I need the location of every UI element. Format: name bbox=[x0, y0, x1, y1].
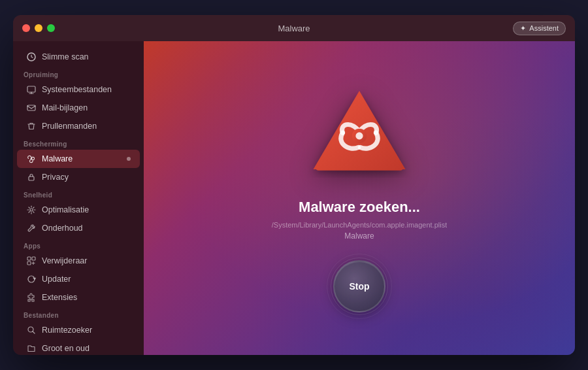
sidebar-item-updater[interactable]: Updater bbox=[17, 270, 140, 288]
content-area: Slimme scan Opruiming Systeembestanden bbox=[13, 41, 575, 355]
main-content: Malware zoeken... /System/Library/Launch… bbox=[144, 41, 575, 355]
svg-rect-6 bbox=[27, 257, 31, 260]
sidebar-item-mail-bijlagen[interactable]: Mail-bijlagen bbox=[17, 99, 140, 117]
system-icon bbox=[26, 84, 37, 95]
stop-label: Stop bbox=[349, 281, 369, 292]
section-opruiming-label: Opruiming bbox=[13, 66, 144, 80]
sidebar-item-verwijderaar[interactable]: Verwijderaar bbox=[17, 252, 140, 270]
assistant-label: Assistent bbox=[529, 24, 559, 32]
mail-icon bbox=[26, 103, 37, 113]
scan-title: Malware zoeken... bbox=[299, 199, 420, 216]
sidebar-item-label: Malware bbox=[42, 154, 122, 163]
remove-app-icon bbox=[26, 256, 37, 266]
sidebar-item-label: Ruimtezoeker bbox=[42, 326, 131, 335]
sidebar: Slimme scan Opruiming Systeembestanden bbox=[13, 41, 144, 355]
sidebar-item-slimme-scan[interactable]: Slimme scan bbox=[17, 48, 140, 66]
active-badge bbox=[127, 157, 131, 161]
sidebar-item-label: Groot en oud bbox=[42, 344, 131, 353]
section-snelheid-label: Snelheid bbox=[13, 186, 144, 201]
svg-point-13 bbox=[355, 132, 363, 139]
maximize-button[interactable] bbox=[47, 24, 55, 32]
svg-point-5 bbox=[30, 209, 33, 211]
lock-icon bbox=[26, 172, 37, 182]
svg-rect-8 bbox=[27, 261, 31, 265]
large-old-icon bbox=[26, 343, 37, 354]
biohazard-triangle bbox=[307, 84, 412, 179]
titlebar: Malware ✦ Assistent bbox=[13, 15, 575, 41]
sidebar-item-label: Prullenmanden bbox=[42, 122, 131, 131]
sidebar-item-groot-en-oud[interactable]: Groot en oud bbox=[17, 339, 140, 355]
svg-rect-2 bbox=[27, 105, 35, 110]
wrench-icon bbox=[26, 223, 37, 233]
sidebar-item-label: Verwijderaar bbox=[42, 256, 131, 265]
section-apps-label: Apps bbox=[13, 237, 144, 252]
sidebar-item-optimalisatie[interactable]: Optimalisatie bbox=[17, 201, 140, 219]
sidebar-item-label: Onderhoud bbox=[42, 224, 131, 233]
svg-rect-4 bbox=[29, 177, 34, 180]
sidebar-item-label: Privacy bbox=[42, 173, 131, 182]
optimize-icon bbox=[26, 205, 37, 215]
star-icon: ✦ bbox=[520, 24, 526, 33]
sidebar-item-onderhoud[interactable]: Onderhoud bbox=[17, 219, 140, 237]
sidebar-item-systeembestanden[interactable]: Systeembestanden bbox=[17, 80, 140, 99]
sidebar-item-label: Mail-bijlagen bbox=[42, 103, 131, 112]
space-finder-icon bbox=[26, 325, 37, 335]
trash-icon bbox=[26, 121, 37, 131]
sidebar-item-prullenmanden[interactable]: Prullenmanden bbox=[17, 117, 140, 135]
app-window: Malware ✦ Assistent Slimme scan Opruimin… bbox=[13, 15, 575, 355]
minimize-button[interactable] bbox=[35, 24, 42, 32]
section-bestanden-label: Bestanden bbox=[13, 307, 144, 321]
sidebar-item-malware[interactable]: Malware bbox=[17, 150, 140, 168]
scan-subtitle: Malware bbox=[344, 231, 374, 241]
stop-button-wrapper: Stop bbox=[333, 260, 385, 312]
sidebar-item-label: Optimalisatie bbox=[42, 205, 131, 214]
sidebar-item-privacy[interactable]: Privacy bbox=[17, 168, 140, 186]
sidebar-item-extensies[interactable]: Extensies bbox=[17, 288, 140, 307]
sidebar-item-label: Updater bbox=[42, 275, 131, 284]
update-icon bbox=[26, 274, 37, 284]
close-button[interactable] bbox=[22, 24, 30, 32]
sidebar-item-label: Extensies bbox=[42, 293, 131, 302]
sidebar-item-ruimtezoeker[interactable]: Ruimtezoeker bbox=[17, 321, 140, 339]
malware-icon bbox=[307, 84, 412, 179]
assistant-button[interactable]: ✦ Assistent bbox=[513, 22, 566, 35]
extension-icon bbox=[26, 292, 37, 303]
sidebar-item-label: Systeembestanden bbox=[42, 85, 131, 94]
svg-rect-1 bbox=[27, 86, 35, 92]
window-title: Malware bbox=[278, 24, 310, 33]
biohazard-icon bbox=[26, 154, 37, 164]
svg-rect-7 bbox=[32, 257, 35, 260]
scan-icon bbox=[26, 52, 37, 62]
sidebar-item-label: Slimme scan bbox=[42, 52, 131, 61]
scan-path: /System/Library/LaunchAgents/com.apple.i… bbox=[272, 221, 447, 229]
traffic-lights bbox=[22, 24, 55, 32]
stop-button[interactable]: Stop bbox=[333, 260, 385, 312]
section-bescherming-label: Bescherming bbox=[13, 135, 144, 150]
